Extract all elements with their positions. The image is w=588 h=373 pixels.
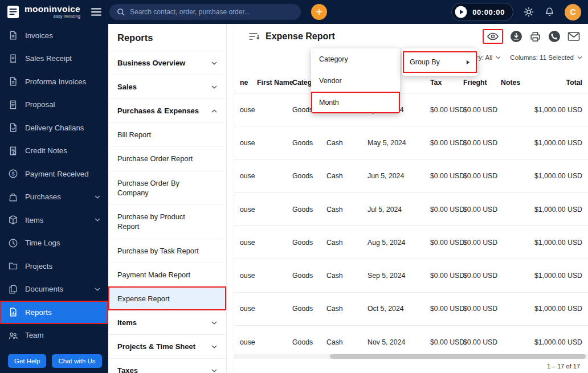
- chevron-down-icon: [211, 345, 217, 349]
- report-item-label: Purchase Order Report: [117, 154, 193, 163]
- download-icon[interactable]: [510, 30, 522, 43]
- sidebar-item-invoices[interactable]: Invoices: [0, 24, 108, 47]
- hamburger-icon[interactable]: [91, 8, 101, 16]
- pagination-label: 1 – 17 of 17: [547, 363, 580, 370]
- table-cell: Cash: [326, 239, 368, 247]
- columns-filter[interactable]: Columns: 11 Selected: [510, 54, 582, 61]
- reports-section-sales[interactable]: Sales: [108, 75, 226, 99]
- column-header[interactable]: Frieght: [463, 79, 501, 87]
- sidebar-item-payment-received[interactable]: $Payment Received: [0, 162, 108, 186]
- print-icon[interactable]: [529, 31, 541, 43]
- mail-icon[interactable]: [567, 31, 580, 42]
- table-row[interactable]: ouseGoodsCashJul 5, 2024$0.00 USD$0.00 U…: [234, 193, 588, 226]
- add-button[interactable]: +: [311, 4, 327, 20]
- sidebar-item-items[interactable]: Items: [0, 208, 108, 232]
- horizontal-scrollbar-thumb[interactable]: [330, 354, 586, 359]
- chevron-down-icon: [496, 56, 501, 59]
- table-cell: $0.00 USD: [430, 206, 463, 214]
- reports-section-purchases-expenses[interactable]: Purchases & Expenses: [108, 99, 226, 122]
- reports-section-business-overview[interactable]: Business Overview: [108, 51, 226, 75]
- avatar[interactable]: C: [565, 4, 581, 21]
- group-by-label: Group By: [410, 58, 440, 66]
- timer-widget[interactable]: 00:00:00: [451, 3, 513, 21]
- report-item-expense-report[interactable]: Expense Report: [108, 286, 226, 310]
- app-logo[interactable]: mooninvoice easy invoicing: [6, 5, 89, 19]
- sidebar-item-documents[interactable]: Documents: [0, 278, 108, 301]
- table-cell: Oct 5, 2024: [368, 305, 430, 313]
- table-row[interactable]: ouseGoodsCashOct 5, 2024$0.00 USD$0.00 U…: [234, 293, 588, 326]
- table-cell: Goods: [292, 139, 326, 147]
- table-row[interactable]: ouseGoodsCashAug 5, 2024$0.00 USD$0.00 U…: [234, 226, 588, 259]
- table-cell: May 5, 2024: [368, 139, 430, 147]
- sidebar-item-purchases[interactable]: Purchases: [0, 186, 108, 209]
- table-row[interactable]: ouseGoodsCashJun 5, 2024$0.00 USD$0.00 U…: [234, 160, 588, 193]
- report-item-purchase-by-task-report[interactable]: Purchase by Task Report: [108, 239, 226, 263]
- table-cell: ouse: [240, 206, 257, 214]
- submenu-item-vendor[interactable]: Vendor: [311, 70, 400, 92]
- sidebar-item-proforma-invoices[interactable]: Proforma Invoices: [0, 70, 108, 93]
- sidebar-item-label: Items: [25, 216, 44, 224]
- whatsapp-icon[interactable]: [548, 30, 561, 43]
- sidebar-item-proposal[interactable]: Proposal: [0, 93, 108, 117]
- play-icon[interactable]: [454, 5, 468, 19]
- chevron-down-icon: [211, 85, 217, 89]
- logo-subtitle: easy invoicing: [54, 14, 80, 20]
- sidebar-item-reports[interactable]: Reports: [0, 301, 108, 324]
- table-row[interactable]: ouseGoodsCashMay 5, 2024$0.00 USD$0.00 U…: [234, 126, 588, 159]
- table-cell: Cash: [326, 305, 368, 313]
- table-cell: Goods: [292, 206, 326, 214]
- sidebar-item-time-logs[interactable]: Time Logs: [0, 232, 108, 255]
- table-row[interactable]: ouseGoodsCashSep 5, 2024$0.00 USD$0.00 U…: [234, 259, 588, 292]
- menu-item-group-by[interactable]: Group By: [404, 52, 476, 72]
- submenu-arrow-icon: [466, 60, 470, 65]
- eye-icon[interactable]: [487, 31, 499, 42]
- gear-icon[interactable]: [523, 6, 534, 18]
- sort-icon[interactable]: [249, 32, 259, 40]
- search-icon: [116, 7, 125, 17]
- report-item-purchase-order-report[interactable]: Purchase Order Report: [108, 146, 226, 170]
- reports-section-items[interactable]: Items: [108, 310, 226, 334]
- section-label: Projects & Time Sheet: [117, 342, 195, 351]
- report-item-bill-report[interactable]: Bill Report: [108, 122, 226, 146]
- column-header[interactable]: Total: [529, 79, 582, 87]
- sidebar-item-label: Team: [25, 331, 44, 339]
- search-input[interactable]: [130, 8, 294, 16]
- sidebar-nav: InvoicesSales ReceiptProforma InvoicesPr…: [0, 24, 108, 373]
- reports-section-taxes[interactable]: Taxes: [108, 358, 226, 373]
- table-cell: Aug 5, 2024: [368, 239, 430, 247]
- submenu-item-category[interactable]: Category: [311, 48, 400, 70]
- submenu-item-label: Month: [319, 99, 339, 106]
- team-icon: [8, 330, 18, 341]
- sidebar-item-credit-notes[interactable]: Credit Notes: [0, 140, 108, 163]
- table-cell: $1,000.00 USD: [529, 139, 582, 147]
- chat-with-us-button[interactable]: Chat with Us: [52, 354, 101, 368]
- sidebar-item-projects[interactable]: Projects: [0, 255, 108, 278]
- report-item-purchase-order-by-company[interactable]: Purchase Order By Company: [108, 171, 226, 205]
- mooninvoice-logo-icon: [6, 5, 21, 19]
- column-header[interactable]: Tax: [430, 79, 463, 87]
- chevron-up-icon: [211, 109, 217, 113]
- receipt-icon: [8, 54, 18, 64]
- table-cell: $0.00 USD: [463, 172, 501, 180]
- timer-value: 00:00:00: [472, 8, 505, 17]
- report-item-purchase-by-product-report[interactable]: Purchase by Product Report: [108, 204, 226, 239]
- section-label: Items: [117, 318, 137, 327]
- submenu-item-month[interactable]: Month: [311, 92, 400, 113]
- column-header[interactable]: ne: [240, 79, 257, 87]
- logo-title: mooninvoice: [24, 5, 80, 14]
- reports-section-projects-time-sheet[interactable]: Projects & Time Sheet: [108, 334, 226, 358]
- sidebar-item-label: Documents: [25, 285, 63, 293]
- table-row[interactable]: ouseGoodsCashApr 5, 2024$0.00 USD$0.00 U…: [234, 93, 588, 126]
- sidebar-item-label: Sales Receipt: [25, 54, 72, 63]
- sidebar-item-sales-receipt[interactable]: Sales Receipt: [0, 47, 108, 71]
- main-content: Expense Report Category: All: [234, 24, 588, 373]
- table-cell: $0.00 USD: [430, 139, 463, 147]
- sidebar-item-team[interactable]: Team: [0, 324, 108, 347]
- column-header[interactable]: First Name: [257, 79, 292, 87]
- sidebar-item-delivery-challans[interactable]: Delivery Challans: [0, 116, 108, 140]
- get-help-button[interactable]: Get Help: [8, 354, 46, 368]
- bell-icon[interactable]: [544, 6, 555, 18]
- column-header[interactable]: Notes: [501, 79, 529, 87]
- report-item-payment-made-report[interactable]: Payment Made Report: [108, 263, 226, 286]
- invoice-icon: [8, 30, 18, 40]
